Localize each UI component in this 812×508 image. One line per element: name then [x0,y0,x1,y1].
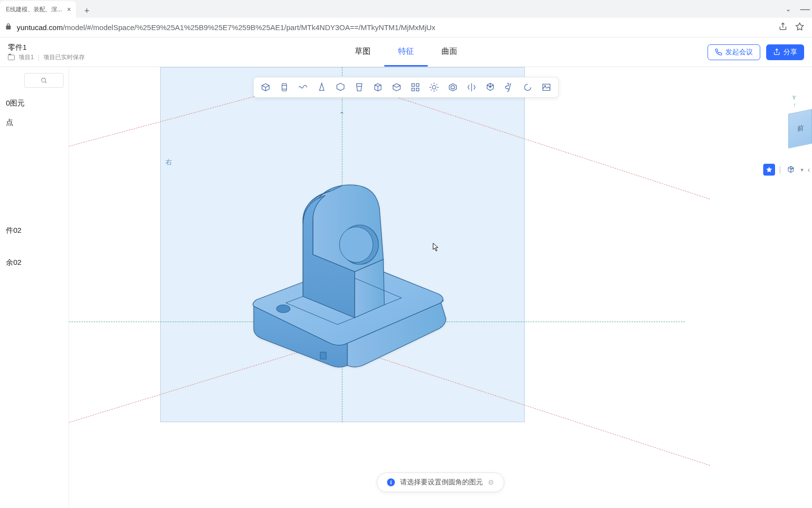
tab-title: E线建模、装配、渲... [6,5,62,14]
chevron-left-icon[interactable]: ‹ [808,166,810,174]
viewport-3d[interactable]: 右 ⌃ [69,67,812,508]
svg-point-10 [432,85,436,89]
svg-point-0 [41,78,45,82]
svg-point-1 [276,305,290,313]
sidebar-item[interactable]: 件02 [0,221,68,240]
tool-sweep[interactable] [296,80,310,94]
start-meeting-button[interactable]: 发起会议 [708,44,760,60]
tool-draft[interactable] [352,80,366,94]
tool-curve[interactable] [521,80,535,94]
mode-tabs: 草图 特征 曲面 [341,37,471,67]
share-url-icon[interactable] [778,22,787,33]
tool-shell[interactable] [334,80,347,94]
view-cube[interactable]: Y ↑ 前 [778,95,812,159]
phone-icon [715,48,722,56]
tool-gear[interactable] [427,80,441,94]
svg-rect-9 [416,88,419,91]
browser-tabs: E线建模、装配、渲... × + ⌄ — [0,0,812,18]
address-bar: yuntucad.com/model/#/modelSpace/%25E9%25… [0,18,812,37]
svg-rect-5 [282,84,286,91]
tool-revolve[interactable] [277,80,291,94]
search-icon [40,77,47,84]
app-header: 零件1 项目1 | 项目已实时保存 草图 特征 曲面 发起会议 分享 [0,37,812,67]
browser-tab[interactable]: E线建模、装配、渲... × [0,1,76,18]
svg-rect-8 [412,88,415,91]
sidebar-item[interactable]: 点 [0,113,68,132]
svg-point-4 [339,227,373,262]
info-icon: i [387,478,395,486]
svg-rect-7 [416,84,419,87]
view-controls: | ▾ ‹ [761,162,812,178]
tab-feature[interactable]: 特征 [384,37,428,67]
axis-arrow-icon: ↑ [793,102,796,108]
tool-helix[interactable] [502,80,516,94]
hint-text: 请选择要设置倒圆角的图元 [400,478,483,487]
close-tab-icon[interactable]: × [67,5,71,13]
url-text[interactable]: yuntucad.com/model/#/modelSpace/%25E9%25… [17,23,774,32]
tool-box[interactable] [371,80,385,94]
tool-extrude[interactable] [259,80,272,94]
view-cube-button[interactable] [785,164,797,176]
view-lock-button[interactable] [763,164,775,176]
sidebar: 0图元 点 件02 余02 [0,67,69,508]
document-info: 零件1 项目1 | 项目已实时保存 [8,43,85,62]
folder-icon [8,55,15,60]
chevron-down-icon[interactable]: ▾ [801,167,804,173]
tool-loft[interactable] [315,80,329,94]
tab-surface[interactable]: 曲面 [428,37,471,67]
tool-cylinder[interactable] [390,80,404,94]
axis-y-label: Y [792,95,796,101]
share-button[interactable]: 分享 [766,44,804,60]
bookmark-star-icon[interactable] [795,22,804,33]
minimize-icon[interactable]: — [800,3,810,15]
share-icon [773,48,780,56]
new-tab-button[interactable]: + [80,4,94,18]
tab-sketch[interactable]: 草图 [341,37,384,67]
tool-pattern[interactable] [408,80,422,94]
svg-point-13 [544,85,545,86]
feature-toolbar [253,77,559,98]
hint-bar: i 请选择要设置倒圆角的图元 ⚙ [377,472,505,492]
tool-image[interactable] [540,80,553,94]
part-model[interactable] [227,181,463,380]
tabs-dropdown-icon[interactable]: ⌄ [785,5,791,13]
tool-array[interactable] [483,80,497,94]
window-controls: ⌄ — [785,0,810,18]
sidebar-list: 0图元 点 件02 余02 [0,94,68,272]
svg-rect-2 [320,352,326,359]
plane-label: 右 [166,158,172,167]
tool-mirror[interactable] [465,80,478,94]
sidebar-item[interactable]: 0图元 [0,94,68,113]
save-status: 项目已实时保存 [43,53,85,62]
lock-icon[interactable] [5,23,12,32]
sidebar-item[interactable]: 余02 [0,253,68,272]
settings-icon[interactable]: ⚙ [488,478,494,486]
tool-offset[interactable] [446,80,460,94]
cube-front-face[interactable]: 前 [788,109,812,148]
svg-rect-6 [412,84,415,87]
document-title: 零件1 [8,43,85,52]
sidebar-search[interactable] [24,73,64,88]
project-name[interactable]: 项目1 [19,53,34,62]
